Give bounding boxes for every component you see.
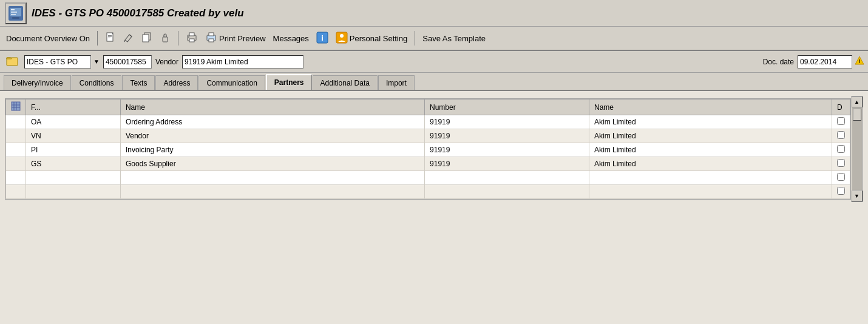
lock-icon [160,32,171,45]
row-name2-cell: Akim Limited [589,143,832,157]
row-d-cell[interactable] [832,143,850,157]
row-name1-cell: Invoicing Party [120,143,424,157]
row-number-cell: 91919 [425,157,589,171]
content-area: F... Name Number Name D OA Ordering Addr… [0,91,868,324]
empty-f-cell [26,171,121,185]
empty-d-checkbox[interactable] [837,173,845,181]
empty-f-cell [26,185,121,199]
row-name1-cell: Goods Supplier [120,157,424,171]
tab-partners[interactable]: Partners [266,74,312,90]
save-template-label: Save As Template [422,34,486,43]
tab-address-label: Address [163,79,190,87]
row-d-checkbox[interactable] [837,117,845,125]
empty-icon-cell [6,171,26,185]
empty-d-checkbox[interactable] [837,187,845,195]
print-preview-icon [205,32,217,46]
doc-overview-button[interactable]: Document Overview On [4,33,92,44]
folder-icon-button[interactable] [4,53,21,70]
svg-rect-17 [189,33,194,36]
table-scrollbar[interactable]: ▲ ▼ [851,96,863,202]
po-number-input[interactable] [103,55,152,69]
col-header-name1: Name [120,100,424,115]
table-row: PI Invoicing Party 91919 Akim Limited [6,143,850,157]
partners-table: F... Name Number Name D OA Ordering Addr… [5,99,850,199]
tab-delivery-invoice-label: Delivery/Invoice [12,79,63,87]
table-row: GS Goods Supplier 91919 Akim Limited [6,157,850,171]
tab-partners-label: Partners [274,78,304,87]
po-number-field [103,55,152,69]
row-f-cell: GS [26,157,121,171]
doc-overview-label: Document Overview On [6,34,90,43]
col-header-name2: Name [589,100,832,115]
tab-communication[interactable]: Communication [198,75,265,90]
row-d-checkbox[interactable] [837,131,845,139]
row-d-cell[interactable] [832,129,850,143]
doc-date-input[interactable] [798,55,852,69]
po-type-input[interactable] [24,55,91,69]
scroll-thumb[interactable] [853,109,861,121]
table-row: OA Ordering Address 91919 Akim Limited [6,115,850,129]
tab-additional-data[interactable]: Additional Data [313,75,378,90]
tab-delivery-invoice[interactable]: Delivery/Invoice [4,75,71,90]
svg-rect-22 [209,39,214,42]
tab-address[interactable]: Address [155,75,198,90]
empty-name2-cell [589,171,832,185]
empty-name1-cell [120,171,424,185]
empty-d-cell[interactable] [832,171,850,185]
new-doc-button[interactable] [103,31,118,46]
po-type-dropdown-arrow[interactable]: ▼ [93,58,100,65]
toolbar-sep-3 [415,31,415,46]
edit-icon [123,32,134,45]
tab-conditions-label: Conditions [80,79,114,87]
col-header-icon [6,100,26,115]
row-d-checkbox[interactable] [837,159,845,167]
tab-conditions[interactable]: Conditions [72,75,122,90]
personal-setting-label: Personal Setting [350,34,407,43]
print-setup-button[interactable] [183,30,200,47]
row-d-cell[interactable] [832,115,850,129]
row-number-cell: 91919 [425,129,589,143]
row-name2-cell: Akim Limited [589,157,832,171]
messages-label: Messages [273,34,309,43]
scroll-up-button[interactable]: ▲ [852,96,863,107]
lock-button[interactable] [157,31,173,46]
tab-texts-label: Texts [130,79,147,87]
row-icon-cell [6,115,26,129]
row-number-cell: 91919 [425,143,589,157]
svg-text:!: ! [859,58,861,64]
row-d-cell[interactable] [832,157,850,171]
tab-texts[interactable]: Texts [122,75,155,90]
vendor-input[interactable] [182,55,303,69]
col-header-number: Number [425,100,589,115]
copy-button[interactable] [139,31,155,46]
info-icon: i [316,32,328,46]
row-icon-cell [6,157,26,171]
col-header-d: D [832,100,850,115]
print-setup-icon [186,32,198,46]
print-preview-button[interactable]: Print Preview [203,30,268,47]
row-d-checkbox[interactable] [837,145,845,153]
tab-import[interactable]: Import [378,75,415,90]
svg-text:i: i [321,33,324,42]
warning-icon: ! [855,56,864,67]
personal-setting-button[interactable]: Personal Setting [333,30,410,47]
svg-rect-5 [11,14,16,15]
empty-d-cell[interactable] [832,185,850,199]
empty-name1-cell [120,185,424,199]
scroll-down-button[interactable]: ▼ [852,191,863,201]
doc-date-field: Doc. date [763,58,794,66]
svg-rect-21 [209,33,214,36]
vendor-label-field: Vendor [155,58,178,66]
row-f-cell: OA [26,115,121,129]
messages-button[interactable]: Messages [271,33,311,44]
svg-rect-8 [108,35,112,36]
svg-rect-30 [12,102,20,110]
title-bar: IDES - GTS PO 4500017585 Created by velu [0,0,868,27]
tabs-bar: Delivery/Invoice Conditions Texts Addres… [0,73,868,91]
svg-point-26 [340,34,344,38]
info-button[interactable]: i [314,30,331,47]
save-template-button[interactable]: Save As Template [420,33,488,44]
toolbar-sep-1 [97,31,98,46]
svg-point-19 [188,36,189,38]
edit-button[interactable] [121,31,137,46]
